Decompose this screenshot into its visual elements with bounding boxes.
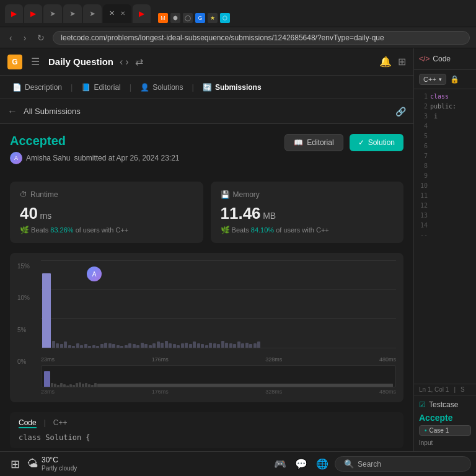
tab-code[interactable]: Code <box>19 418 37 428</box>
shuffle-button[interactable]: ⇄ <box>135 56 143 68</box>
search-placeholder: Search <box>358 460 381 469</box>
favicon: ◯ <box>183 13 193 23</box>
hamburger-icon[interactable]: ☰ <box>31 56 40 68</box>
favicon: G <box>195 13 205 23</box>
testcase-label: Testcase <box>429 400 458 409</box>
submission-content: Accepted A Amisha Sahu submitted at Apr … <box>0 124 413 451</box>
accepted-badge: Accepte <box>419 413 452 423</box>
nav-arrows: ‹ › <box>120 56 129 68</box>
submitter-info: A Amisha Sahu submitted at Apr 26, 2024 … <box>10 152 180 164</box>
mini-chart <box>41 365 396 387</box>
tab-cpp[interactable]: C++ <box>53 418 68 428</box>
runtime-value: 40 <box>20 204 38 223</box>
link-icon[interactable]: 🔗 <box>395 107 406 117</box>
testcase-section: ☑ Testcase Accepte • Case 1 Input <box>414 395 476 451</box>
testcase-checkbox-icon: ☑ <box>419 400 426 409</box>
forward-button[interactable]: › <box>20 32 30 44</box>
all-submissions-label: All Submissions <box>24 107 81 116</box>
right-panel-header: </> Code <box>414 48 476 70</box>
chart-area: A <box>41 260 396 363</box>
runtime-beats-pct: 83.26% <box>50 226 73 234</box>
browser-tabs: ▶ ▶ ➤ ➤ ➤ ✕ ✕ ▶ M ⬢ ◯ G ★ ⬡ <box>0 0 476 27</box>
runtime-unit: ms <box>40 211 52 221</box>
browser-tab[interactable]: ➤ <box>43 4 62 23</box>
windows-logo-icon: ⊞ <box>11 457 20 471</box>
memory-card: 💾 Memory 11.46 MB 🌿 Beats 84.10% of user… <box>211 182 404 243</box>
next-button[interactable]: › <box>125 56 128 68</box>
browser-nav-bar: ‹ › ↻ <box>0 27 476 48</box>
lc-logo-icon: G <box>7 55 22 69</box>
back-button[interactable]: ‹ <box>6 32 15 44</box>
tab-description[interactable]: 📄 Description <box>7 81 67 94</box>
taskbar-apps: 🎮 💬 🌐 <box>270 454 332 474</box>
lc-header: G ☰ Daily Question ‹ › ⇄ 🔔 ⊞ <box>0 48 413 76</box>
lang-selector[interactable]: C++ ▾ <box>419 74 446 85</box>
taskbar-app-xbox[interactable]: 🎮 <box>270 454 290 474</box>
teams-icon: 💬 <box>295 458 307 470</box>
runtime-card: ⏱ Runtime 40 ms 🌿 Beats 83.26% of users … <box>10 182 203 243</box>
leetcode-panel: G ☰ Daily Question ‹ › ⇄ 🔔 ⊞ 📄 Descripti… <box>0 48 414 451</box>
lc-tab-bar: 📄 Description | 📘 Editorial | 👤 Solution… <box>0 76 413 99</box>
case-1-button[interactable]: • Case 1 <box>419 425 471 436</box>
code-line: class Solution { <box>19 433 395 442</box>
right-panel: </> Code C++ ▾ 🔒 1class 2public: 3 i <box>414 48 476 451</box>
input-label: Input <box>419 439 471 446</box>
search-icon: 🔍 <box>344 459 354 469</box>
start-button[interactable]: ⊞ <box>5 454 25 474</box>
prev-button[interactable]: ‹ <box>120 56 123 68</box>
clock-icon: ⏱ <box>20 190 27 199</box>
editorial-icon: 📘 <box>81 83 90 92</box>
memory-icon: 💾 <box>221 190 230 199</box>
weather-icon: 🌤 <box>27 457 38 470</box>
x-axis-labels: 23ms 176ms 328ms 480ms <box>41 356 396 363</box>
submitted-at: submitted at Apr 26, 2024 23:21 <box>74 154 179 162</box>
description-icon: 📄 <box>12 83 22 92</box>
editorial-button[interactable]: 📖 Editorial <box>284 134 343 151</box>
tab-submissions[interactable]: 🔄 Submissions <box>198 81 267 94</box>
stats-row: ⏱ Runtime 40 ms 🌿 Beats 83.26% of users … <box>10 182 403 243</box>
tab-editorial[interactable]: 📘 Editorial <box>76 81 125 94</box>
solution-btn-icon: ✓ <box>358 138 364 147</box>
browser-tab[interactable]: ▶ <box>133 4 151 23</box>
favicon: M <box>158 13 168 23</box>
expand-icon[interactable]: ⊞ <box>398 56 406 68</box>
chevron-icon: ▾ <box>439 76 442 82</box>
submissions-icon: 🔄 <box>203 83 212 92</box>
taskbar-app-edge[interactable]: 🌐 <box>312 454 332 474</box>
favicon: ⬢ <box>170 13 180 23</box>
back-submissions-button[interactable]: ← <box>7 106 17 117</box>
editorial-btn-icon: 📖 <box>294 138 303 147</box>
user-position-indicator: A <box>86 265 103 283</box>
taskbar-search[interactable]: 🔍 Search <box>335 456 471 472</box>
submissions-header: ← All Submissions 🔗 <box>0 99 413 124</box>
edge-icon: 🌐 <box>316 458 328 470</box>
tab-solutions[interactable]: 👤 Solutions <box>135 81 188 94</box>
browser-tab[interactable]: ▶ <box>5 4 23 23</box>
taskbar: ⊞ 🌤 30°C Partly cloudy 🎮 💬 🌐 🔍 Search <box>0 451 476 476</box>
browser-tab[interactable]: ➤ <box>83 4 102 23</box>
header-icons: 🔔 ⊞ <box>379 56 406 68</box>
memory-unit: MB <box>263 211 276 221</box>
username: Amisha Sahu <box>26 154 70 162</box>
lock-icon: 🔒 <box>450 75 459 84</box>
code-bracket-icon: </> <box>419 55 430 63</box>
mini-chart-labels: 23ms 176ms 328ms 480ms <box>41 389 396 395</box>
favicon: ★ <box>208 13 218 23</box>
weather-condition: Partly cloudy <box>42 465 77 472</box>
runtime-chart: 15% 10% 5% 0% A <box>10 253 403 402</box>
browser-tab-active[interactable]: ✕ ✕ <box>103 4 131 23</box>
status-bar: Ln 1, Col 1 | S <box>414 384 476 395</box>
reload-button[interactable]: ↻ <box>34 32 48 44</box>
browser-tab[interactable]: ▶ <box>24 4 42 23</box>
code-editor: 1class 2public: 3 i 4 5 6 7 <box>414 89 476 384</box>
solution-button[interactable]: ✓ Solution <box>350 134 403 151</box>
browser-tab[interactable]: ➤ <box>63 4 82 23</box>
favicon: ⬡ <box>220 13 230 23</box>
memory-value: 11.46 <box>221 204 261 223</box>
alarm-icon[interactable]: 🔔 <box>379 56 392 68</box>
code-section: Code | C++ class Solution { <box>10 412 403 448</box>
url-input[interactable] <box>53 31 470 45</box>
weather-widget: 🌤 30°C Partly cloudy <box>27 456 77 472</box>
xbox-icon: 🎮 <box>274 458 286 470</box>
taskbar-app-teams[interactable]: 💬 <box>291 454 311 474</box>
